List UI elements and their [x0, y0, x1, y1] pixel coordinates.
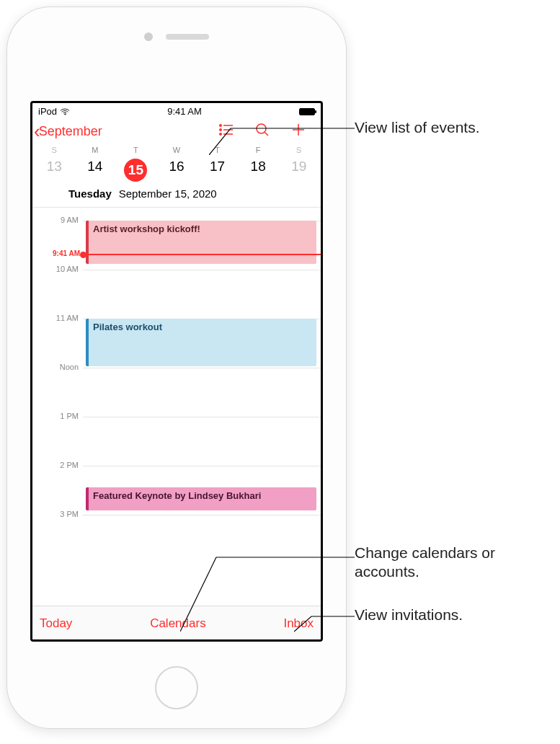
status-time: 9:41 AM: [167, 106, 202, 117]
back-button[interactable]: ‹ September: [34, 122, 208, 141]
hour-label: 10 AM: [32, 265, 79, 273]
status-bar: iPod 9:41 AM: [32, 103, 321, 117]
hour-row: 1 PM: [32, 417, 321, 466]
today-button[interactable]: Today: [40, 616, 72, 631]
week-dates: 13 14 15 16 17 18 19: [32, 154, 321, 185]
now-indicator: [83, 254, 321, 255]
battery-icon: [299, 108, 315, 115]
calendar-event[interactable]: Featured Keynote by Lindsey Bukhari: [86, 487, 316, 510]
annotation-list: View list of events.: [355, 118, 480, 137]
day-13[interactable]: 13: [34, 159, 75, 182]
back-label: September: [39, 124, 102, 139]
hour-label: 1 PM: [32, 412, 79, 420]
calendar-event[interactable]: Artist workshop kickoff!: [86, 221, 316, 264]
home-button[interactable]: [155, 666, 198, 709]
wifi-icon: [60, 107, 70, 117]
hour-label: 9 AM: [32, 216, 79, 224]
hour-row: Noon: [32, 368, 321, 417]
calendar-event[interactable]: Pilates workout: [86, 319, 316, 366]
hour-label: Noon: [32, 363, 79, 371]
carrier-label: iPod: [38, 106, 57, 117]
full-date: Tuesday September 15, 2020: [32, 185, 321, 207]
day-19[interactable]: 19: [278, 159, 319, 182]
day-15[interactable]: 15: [115, 159, 156, 182]
day-timeline[interactable]: 9 AM10 AM11 AMNoon1 PM2 PM3 PMArtist wor…: [32, 207, 321, 606]
day-16[interactable]: 16: [156, 159, 197, 182]
day-14[interactable]: 14: [75, 159, 116, 182]
hour-label: 2 PM: [32, 461, 79, 469]
day-18[interactable]: 18: [238, 159, 279, 182]
hour-label: 11 AM: [32, 314, 79, 322]
day-17[interactable]: 17: [197, 159, 238, 182]
hour-row: 10 AM: [32, 270, 321, 319]
annotation-calendars: Change calendars or accounts.: [355, 544, 560, 582]
annotation-inbox: View invitations.: [355, 606, 463, 624]
now-label: 9:41 AM: [32, 249, 80, 257]
hour-label: 3 PM: [32, 510, 79, 518]
